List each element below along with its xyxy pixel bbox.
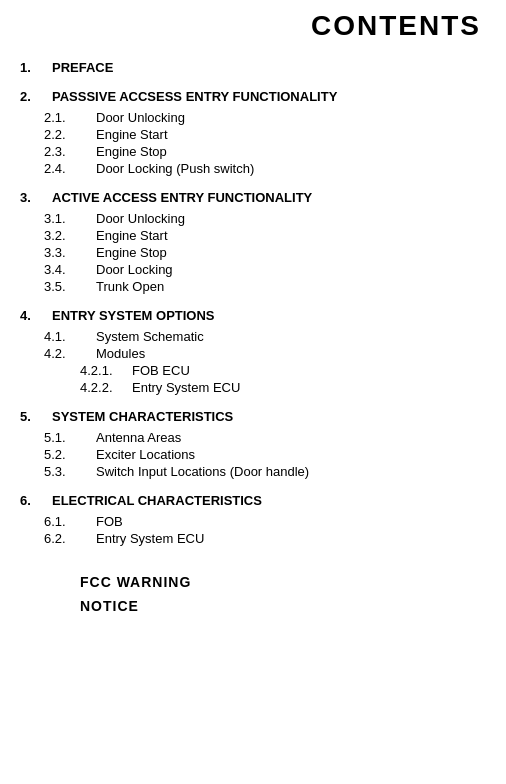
sub-item-2-4: 2.4.Door Locking (Push switch) <box>20 161 486 176</box>
sub-number-6-2: 6.2. <box>44 531 96 546</box>
sub-title-5-2: Exciter Locations <box>96 447 195 462</box>
sub-title-4-1: System Schematic <box>96 329 204 344</box>
sub-item-5-3: 5.3.Switch Input Locations (Door handle) <box>20 464 486 479</box>
sub-title-4-2: Modules <box>96 346 145 361</box>
sub-item-5-1: 5.1.Antenna Areas <box>20 430 486 445</box>
section-title-3: ACTIVE ACCESS ENTRY FUNCTIONALITY <box>52 190 312 205</box>
section-heading-1: 1.PREFACE <box>20 60 486 75</box>
sub-number-6-1: 6.1. <box>44 514 96 529</box>
sub-title-6-1: FOB <box>96 514 123 529</box>
sub-item-2-1: 2.1.Door Unlocking <box>20 110 486 125</box>
section-title-5: SYSTEM CHARACTERISTICS <box>52 409 233 424</box>
section-number-2: 2. <box>20 89 52 104</box>
sub-number-3-4: 3.4. <box>44 262 96 277</box>
sub-item-3-2: 3.2.Engine Start <box>20 228 486 243</box>
sub-title-2-2: Engine Start <box>96 127 168 142</box>
sub-number-5-2: 5.2. <box>44 447 96 462</box>
sub-number-3-1: 3.1. <box>44 211 96 226</box>
sub-sub-number-4-2-2: 4.2.2. <box>80 380 132 395</box>
sub-number-3-5: 3.5. <box>44 279 96 294</box>
sub-sub-title-4-2-1: FOB ECU <box>132 363 190 378</box>
page-title: CONTENTS <box>20 10 486 42</box>
section-heading-4: 4.ENTRY SYSTEM OPTIONS <box>20 308 486 323</box>
sub-title-2-4: Door Locking (Push switch) <box>96 161 254 176</box>
sub-item-3-4: 3.4.Door Locking <box>20 262 486 277</box>
sub-number-5-1: 5.1. <box>44 430 96 445</box>
sub-number-3-2: 3.2. <box>44 228 96 243</box>
sub-item-5-2: 5.2.Exciter Locations <box>20 447 486 462</box>
section-title-2: PASSSIVE ACCSESS ENTRY FUNCTIONALITY <box>52 89 337 104</box>
sub-number-2-3: 2.3. <box>44 144 96 159</box>
sub-title-3-5: Trunk Open <box>96 279 164 294</box>
section-number-6: 6. <box>20 493 52 508</box>
section-number-1: 1. <box>20 60 52 75</box>
sub-number-2-2: 2.2. <box>44 127 96 142</box>
sub-sub-number-4-2-1: 4.2.1. <box>80 363 132 378</box>
sub-number-2-4: 2.4. <box>44 161 96 176</box>
sub-title-6-2: Entry System ECU <box>96 531 204 546</box>
section-heading-6: 6.ELECTRICAL CHARACTERISTICS <box>20 493 486 508</box>
sub-number-3-3: 3.3. <box>44 245 96 260</box>
sub-sub-item-4-2-1: 4.2.1.FOB ECU <box>20 363 486 378</box>
sub-title-2-1: Door Unlocking <box>96 110 185 125</box>
sub-sub-title-4-2-2: Entry System ECU <box>132 380 240 395</box>
fcc-warning: FCC WARNING <box>80 574 486 590</box>
section-title-4: ENTRY SYSTEM OPTIONS <box>52 308 215 323</box>
sub-number-2-1: 2.1. <box>44 110 96 125</box>
section-title-1: PREFACE <box>52 60 113 75</box>
sub-title-3-2: Engine Start <box>96 228 168 243</box>
sub-item-6-2: 6.2.Entry System ECU <box>20 531 486 546</box>
sub-title-3-4: Door Locking <box>96 262 173 277</box>
section-heading-5: 5.SYSTEM CHARACTERISTICS <box>20 409 486 424</box>
fcc-notice: NOTICE <box>80 598 486 614</box>
section-number-3: 3. <box>20 190 52 205</box>
sub-item-3-3: 3.3.Engine Stop <box>20 245 486 260</box>
section-heading-2: 2.PASSSIVE ACCSESS ENTRY FUNCTIONALITY <box>20 89 486 104</box>
sub-title-3-3: Engine Stop <box>96 245 167 260</box>
sub-item-4-2: 4.2.Modules <box>20 346 486 361</box>
sub-title-5-3: Switch Input Locations (Door handle) <box>96 464 309 479</box>
section-heading-3: 3.ACTIVE ACCESS ENTRY FUNCTIONALITY <box>20 190 486 205</box>
sub-number-4-2: 4.2. <box>44 346 96 361</box>
sub-item-2-3: 2.3.Engine Stop <box>20 144 486 159</box>
sub-title-5-1: Antenna Areas <box>96 430 181 445</box>
sub-item-4-1: 4.1.System Schematic <box>20 329 486 344</box>
section-number-4: 4. <box>20 308 52 323</box>
section-title-6: ELECTRICAL CHARACTERISTICS <box>52 493 262 508</box>
section-number-5: 5. <box>20 409 52 424</box>
sub-item-6-1: 6.1.FOB <box>20 514 486 529</box>
sub-sub-item-4-2-2: 4.2.2.Entry System ECU <box>20 380 486 395</box>
sub-number-4-1: 4.1. <box>44 329 96 344</box>
fcc-block: FCC WARNING NOTICE <box>20 574 486 614</box>
sub-item-2-2: 2.2.Engine Start <box>20 127 486 142</box>
sub-item-3-5: 3.5.Trunk Open <box>20 279 486 294</box>
sub-title-2-3: Engine Stop <box>96 144 167 159</box>
sub-item-3-1: 3.1.Door Unlocking <box>20 211 486 226</box>
sub-title-3-1: Door Unlocking <box>96 211 185 226</box>
sub-number-5-3: 5.3. <box>44 464 96 479</box>
